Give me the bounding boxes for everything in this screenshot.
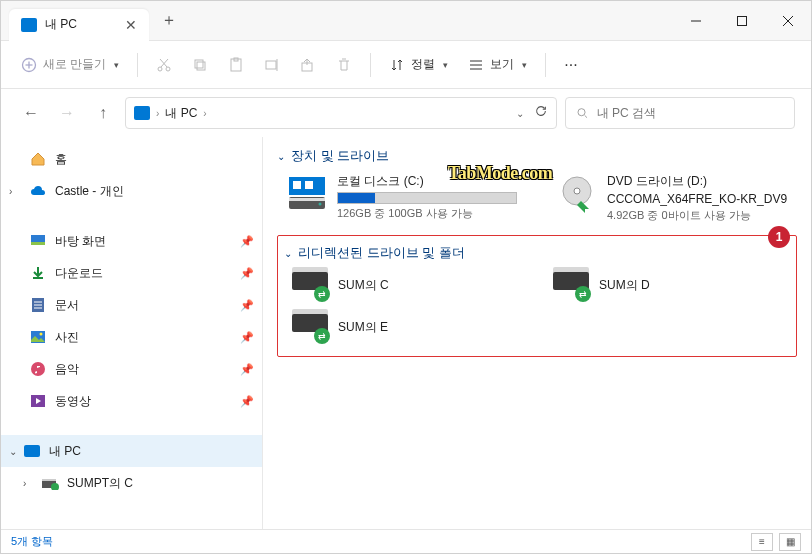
sidebar-thispc[interactable]: ⌄ 내 PC <box>1 435 262 467</box>
separator <box>545 53 546 77</box>
new-label: 새로 만들기 <box>43 56 106 73</box>
sidebar-item-downloads[interactable]: 다운로드 📌 <box>1 257 262 289</box>
back-button[interactable]: ← <box>17 99 45 127</box>
chevron-down-icon: ⌄ <box>284 248 292 259</box>
group-label: 장치 및 드라이브 <box>291 147 389 165</box>
sidebar-label: 바탕 화면 <box>55 233 106 250</box>
sidebar-label: 문서 <box>55 297 79 314</box>
group-redirected[interactable]: ⌄ 리디렉션된 드라이브 및 폴더 <box>284 244 790 262</box>
copy-icon <box>192 57 208 73</box>
svg-rect-34 <box>42 479 56 481</box>
cut-button[interactable] <box>148 49 180 81</box>
search-input[interactable] <box>597 106 784 120</box>
content-area: ⌄ 장치 및 드라이브 로컬 디스크 (C:) 126GB 중 100GB 사용… <box>263 137 811 529</box>
storage-fill <box>338 193 375 203</box>
sidebar-item-videos[interactable]: 동영상 📌 <box>1 385 262 417</box>
sidebar-label: 홈 <box>55 151 67 168</box>
sidebar-item-pictures[interactable]: 사진 📌 <box>1 321 262 353</box>
svg-point-21 <box>578 109 585 116</box>
rename-icon <box>264 57 280 73</box>
sidebar-onedrive[interactable]: › Castle - 개인 <box>1 175 262 207</box>
chevron-down-icon: ▾ <box>114 60 119 70</box>
sidebar-item-music[interactable]: 음악 📌 <box>1 353 262 385</box>
sidebar-home[interactable]: 홈 <box>1 143 262 175</box>
pin-icon: 📌 <box>240 331 254 344</box>
icons-view-toggle[interactable]: ▦ <box>779 533 801 551</box>
view-button[interactable]: 보기 ▾ <box>460 49 535 81</box>
rename-button[interactable] <box>256 49 288 81</box>
group-devices-drives[interactable]: ⌄ 장치 및 드라이브 <box>277 147 797 165</box>
body: 홈 › Castle - 개인 바탕 화면 📌 다운로드 📌 문서 � <box>1 137 811 529</box>
sidebar-label: Castle - 개인 <box>55 183 124 200</box>
chevron-down-icon[interactable]: ⌄ <box>516 108 524 119</box>
minimize-button[interactable] <box>673 1 719 41</box>
paste-button[interactable] <box>220 49 252 81</box>
redirected-drive-c[interactable]: ⇄ SUM의 C <box>292 270 529 300</box>
chevron-right-icon[interactable]: › <box>9 186 12 197</box>
chevron-down-icon[interactable]: ⌄ <box>9 446 17 457</box>
pin-icon: 📌 <box>240 267 254 280</box>
svg-line-10 <box>160 59 167 67</box>
drive-label: SUM의 D <box>599 277 650 294</box>
address-location: 내 PC <box>165 105 197 122</box>
tab-title: 내 PC <box>45 16 77 33</box>
svg-rect-15 <box>266 61 276 69</box>
drive-local-c[interactable]: 로컬 디스크 (C:) 126GB 중 100GB 사용 가능 <box>287 173 527 223</box>
drive-label: SUM의 C <box>338 277 389 294</box>
pin-icon: 📌 <box>240 363 254 376</box>
hdd-icon <box>287 173 327 213</box>
tab-thispc[interactable]: 내 PC ✕ <box>9 9 149 41</box>
svg-rect-40 <box>289 198 325 201</box>
network-drive-icon <box>41 475 59 491</box>
pin-icon: 📌 <box>240 299 254 312</box>
ellipsis-icon: ··· <box>564 56 577 74</box>
copy-button[interactable] <box>184 49 216 81</box>
svg-point-31 <box>31 362 45 376</box>
callout-badge: 1 <box>768 226 790 248</box>
redirected-drive-e[interactable]: ⇄ SUM의 E <box>292 312 529 342</box>
close-button[interactable] <box>765 1 811 41</box>
titlebar: 내 PC ✕ ＋ <box>1 1 811 41</box>
address-bar[interactable]: › 내 PC › ⌄ <box>125 97 557 129</box>
redirected-drive-d[interactable]: ⇄ SUM의 D <box>553 270 790 300</box>
share-button[interactable] <box>292 49 324 81</box>
window-controls <box>673 1 811 41</box>
sidebar-item-desktop[interactable]: 바탕 화면 📌 <box>1 225 262 257</box>
address-row: ← → ↑ › 내 PC › ⌄ <box>1 89 811 137</box>
download-icon <box>29 265 47 281</box>
statusbar: 5개 항목 ≡ ▦ <box>1 529 811 553</box>
sidebar-item-documents[interactable]: 문서 📌 <box>1 289 262 321</box>
close-tab-icon[interactable]: ✕ <box>125 17 137 33</box>
plus-circle-icon <box>21 57 37 73</box>
separator <box>137 53 138 77</box>
monitor-icon <box>134 106 150 120</box>
maximize-button[interactable] <box>719 1 765 41</box>
search-box[interactable] <box>565 97 795 129</box>
group-label: 리디렉션된 드라이브 및 폴더 <box>298 244 465 262</box>
new-tab-button[interactable]: ＋ <box>161 10 177 31</box>
more-button[interactable]: ··· <box>556 49 585 81</box>
forward-button[interactable]: → <box>53 99 81 127</box>
sidebar-network-drive[interactable]: › SUMPT의 C <box>1 467 262 499</box>
drive-name: DVD 드라이브 (D:) <box>607 173 787 190</box>
svg-point-7 <box>158 67 162 71</box>
sort-label: 정렬 <box>411 56 435 73</box>
chevron-right-icon[interactable]: › <box>23 478 26 489</box>
svg-line-9 <box>161 59 168 67</box>
svg-rect-12 <box>197 62 205 70</box>
file-explorer-window: 내 PC ✕ ＋ 새로 만들기 ▾ 정렬 ▾ 보기 <box>0 0 812 554</box>
document-icon <box>29 297 47 313</box>
up-button[interactable]: ↑ <box>89 99 117 127</box>
new-button[interactable]: 새로 만들기 ▾ <box>13 49 127 81</box>
details-view-toggle[interactable]: ≡ <box>751 533 773 551</box>
sidebar-label: 내 PC <box>49 443 81 460</box>
delete-button[interactable] <box>328 49 360 81</box>
svg-rect-11 <box>195 60 203 68</box>
drive-dvd-d[interactable]: DVD 드라이브 (D:) CCCOMA_X64FRE_KO-KR_DV9 4.… <box>557 173 797 223</box>
pin-icon: 📌 <box>240 235 254 248</box>
svg-point-41 <box>319 203 322 206</box>
refresh-icon[interactable] <box>534 104 548 122</box>
chevron-right-icon: › <box>156 108 159 119</box>
network-drive-icon: ⇄ <box>292 312 328 342</box>
sort-button[interactable]: 정렬 ▾ <box>381 49 456 81</box>
